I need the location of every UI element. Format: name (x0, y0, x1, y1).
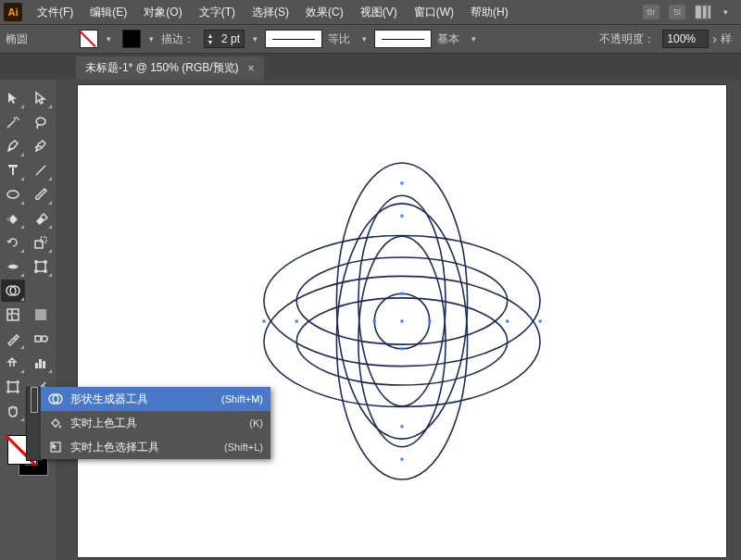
mesh-tool[interactable] (1, 304, 25, 326)
shape-builder-tool[interactable] (1, 280, 25, 302)
svg-point-10 (35, 270, 37, 272)
menu-view[interactable]: 视图(V) (353, 1, 405, 24)
document-tab[interactable]: 未标题-1* @ 150% (RGB/预览) × (76, 56, 264, 80)
style-label-cut: 样 (721, 31, 732, 47)
svg-point-11 (44, 270, 46, 272)
artboard[interactable] (78, 85, 726, 557)
menu-type[interactable]: 文字(T) (192, 1, 243, 24)
magic-wand-tool[interactable] (1, 111, 25, 133)
scale-tool[interactable] (29, 231, 53, 254)
svg-rect-2 (709, 6, 710, 19)
stock-icon[interactable]: St (669, 5, 685, 19)
svg-rect-17 (35, 336, 41, 342)
lasso-tool[interactable] (29, 111, 53, 133)
menu-file[interactable]: 文件(F) (30, 1, 81, 24)
opacity-field[interactable]: 100% (662, 30, 709, 48)
svg-rect-1 (703, 6, 706, 19)
svg-rect-0 (696, 6, 701, 19)
svg-rect-22 (8, 382, 18, 392)
svg-point-31 (358, 236, 446, 447)
hand-tool[interactable] (1, 400, 25, 422)
workspace: 形状生成器工具 (Shift+M) 实时上色工具 (K) 实时上色选择工具 (S… (0, 80, 741, 560)
pen-tool[interactable] (1, 135, 25, 157)
symbol-sprayer-tool[interactable] (1, 352, 25, 374)
brush-label: 基本 (437, 31, 459, 47)
opacity-value: 100% (667, 32, 696, 45)
menu-items: 文件(F) 编辑(E) 对象(O) 文字(T) 选择(S) 效果(C) 视图(V… (30, 1, 516, 24)
svg-rect-44 (400, 215, 403, 218)
stroke-weight-field[interactable]: ▴▾ 2 pt (204, 30, 245, 48)
flyout-live-paint-selection[interactable]: 实时上色选择工具 (Shift+L) (41, 435, 270, 459)
fill-swatch[interactable] (80, 30, 98, 48)
shape-builder-icon (48, 392, 63, 406)
flyout-live-paint-bucket[interactable]: 实时上色工具 (K) (41, 411, 270, 435)
menu-object[interactable]: 对象(O) (136, 1, 189, 24)
svg-rect-20 (39, 359, 42, 368)
brush-preview[interactable] (374, 30, 432, 48)
svg-rect-40 (400, 181, 403, 184)
paintbrush-tool[interactable] (29, 183, 53, 205)
column-graph-tool[interactable] (29, 352, 53, 374)
width-tool[interactable] (1, 255, 25, 278)
stroke-swatch[interactable] (122, 30, 141, 48)
svg-point-3 (7, 191, 19, 198)
eyedropper-tool[interactable] (1, 328, 25, 350)
svg-rect-33 (400, 319, 403, 322)
ellipse-tool[interactable] (1, 183, 25, 205)
stroke-dropdown-icon[interactable]: ▾ (146, 31, 156, 47)
direct-selection-tool[interactable] (29, 87, 53, 109)
stroke-weight-value: 2 pt (221, 32, 240, 45)
free-transform-tool[interactable] (29, 255, 53, 278)
svg-point-8 (35, 261, 37, 263)
curvature-tool[interactable] (29, 135, 53, 157)
flyout-label: 实时上色选择工具 (70, 440, 217, 455)
svg-rect-34 (373, 319, 376, 322)
canvas-area[interactable] (56, 80, 741, 560)
profile-dropdown-icon[interactable]: ▾ (359, 31, 369, 47)
brush-dropdown-icon[interactable]: ▾ (469, 31, 478, 47)
arrange-docs-icon[interactable] (695, 5, 711, 19)
type-tool[interactable] (1, 159, 25, 181)
gradient-tool[interactable] (29, 304, 53, 326)
blend-tool[interactable] (29, 328, 53, 350)
flyout-label: 形状生成器工具 (70, 392, 214, 407)
menu-bar: Ai 文件(F) 编辑(E) 对象(O) 文字(T) 选择(S) 效果(C) 视… (0, 0, 741, 24)
selection-tool[interactable] (1, 87, 25, 109)
artboard-tool[interactable] (1, 376, 25, 398)
rotate-tool[interactable] (1, 231, 25, 254)
svg-rect-37 (400, 347, 403, 350)
svg-point-9 (44, 261, 46, 263)
menu-select[interactable]: 选择(S) (245, 1, 296, 24)
flyout-shape-builder[interactable]: 形状生成器工具 (Shift+M) (41, 387, 270, 411)
opacity-more-icon[interactable]: › (712, 31, 717, 46)
shape-name-label: 椭圆 (6, 31, 28, 47)
svg-rect-35 (428, 319, 431, 322)
shape-builder-flyout: 形状生成器工具 (Shift+M) 实时上色工具 (K) 实时上色选择工具 (S… (41, 387, 270, 459)
svg-rect-45 (400, 425, 403, 428)
svg-point-25 (264, 276, 540, 406)
bridge-icon[interactable]: Br (643, 5, 659, 19)
svg-rect-21 (43, 361, 45, 368)
live-paint-bucket-icon (48, 416, 63, 430)
line-tool[interactable] (29, 159, 53, 181)
svg-point-26 (296, 257, 508, 344)
shaper-tool[interactable] (1, 207, 25, 230)
menu-help[interactable]: 帮助(H) (463, 1, 516, 24)
fill-dropdown-icon[interactable]: ▾ (104, 31, 113, 47)
menu-effect[interactable]: 效果(C) (298, 1, 351, 24)
tools-panel (0, 80, 57, 560)
menu-edit[interactable]: 编辑(E) (82, 1, 134, 24)
opacity-label: 不透明度： (599, 31, 655, 47)
svg-rect-39 (539, 319, 542, 322)
eraser-tool[interactable] (29, 207, 53, 230)
artwork-ellipses (78, 85, 726, 557)
menu-window[interactable]: 窗口(W) (407, 1, 461, 24)
close-tab-icon[interactable]: × (248, 62, 255, 75)
svg-rect-36 (400, 292, 403, 295)
svg-rect-16 (35, 309, 46, 320)
stroke-weight-dropdown-icon[interactable]: ▾ (250, 31, 259, 47)
flyout-shortcut: (Shift+L) (224, 442, 263, 453)
profile-preview[interactable] (265, 30, 322, 48)
arrange-dropdown-icon[interactable]: ▾ (721, 4, 730, 20)
svg-rect-43 (506, 319, 509, 322)
